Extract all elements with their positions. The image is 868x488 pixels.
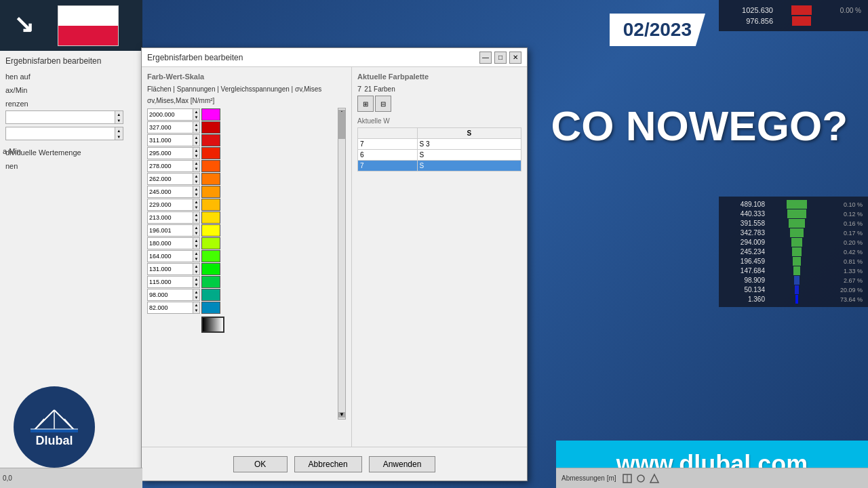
input-field-1[interactable]: ▲ ▼ (5, 110, 123, 124)
palette-cell-num-2: 7 (358, 161, 418, 171)
value-input-1[interactable]: 327.000▲▼ (147, 121, 200, 134)
palette-thead: S (358, 128, 521, 139)
top-stat-row-1: 976.856 (726, 16, 861, 26)
col-num (358, 128, 418, 139)
row-spin-7[interactable]: ▲▼ (193, 199, 199, 210)
abbrechen-button[interactable]: Abbrechen (294, 456, 362, 472)
scale-icon (201, 317, 224, 333)
legend-rows: 489.1080.10 %440.3330.12 %391.5580.16 %3… (724, 200, 863, 304)
row-spin-13[interactable]: ▲▼ (193, 277, 199, 287)
value-input-9[interactable]: 196.001▲▼ (147, 224, 200, 237)
ok-button[interactable]: OK (233, 456, 288, 472)
legend-pct-5: 0.42 % (825, 249, 863, 256)
color-rows-wrapper: 2000.000▲▼327.000▲▼311.000▲▼295.000▲▼278… (147, 108, 336, 420)
row-spin-6[interactable]: ▲▼ (193, 186, 199, 197)
scroll-down[interactable]: ▼ (338, 412, 345, 418)
spin-down-2[interactable]: ▼ (115, 134, 123, 140)
spin-down-1[interactable]: ▼ (115, 117, 123, 123)
palette-row-2[interactable]: 7S (358, 161, 521, 171)
row-spin-0[interactable]: ▲▼ (193, 109, 199, 120)
color-swatch-5 (201, 173, 220, 185)
color-row-3: 295.000▲▼ (147, 147, 336, 159)
row-spin-15[interactable]: ▲▼ (193, 302, 199, 313)
flag-red (58, 26, 118, 45)
minimize-button[interactable]: — (479, 52, 492, 64)
legend-val-9: 50.134 (724, 286, 765, 293)
value-input-4[interactable]: 278.000▲▼ (147, 160, 200, 172)
polish-flag (58, 5, 119, 46)
value-input-7[interactable]: 229.000▲▼ (147, 199, 200, 211)
palette-number: 7 (357, 85, 361, 93)
palette-row-0[interactable]: 7S 3 (358, 139, 521, 150)
svg-line-4 (34, 419, 44, 430)
value-input-2[interactable]: 311.000▲▼ (147, 134, 200, 146)
svg-rect-6 (31, 429, 78, 432)
row-spin-10[interactable]: ▲▼ (193, 238, 199, 249)
close-button[interactable]: ✕ (509, 52, 521, 64)
fv-subtitle2: σv,Mises,Max [N/mm²] (147, 96, 346, 105)
palette-row-1[interactable]: 6S (358, 150, 521, 161)
col-s: S (417, 128, 521, 139)
legend-pct-8: 2.67 % (825, 277, 863, 284)
color-row-4: 278.000▲▼ (147, 160, 336, 172)
anwenden-button[interactable]: Anwenden (369, 456, 436, 472)
color-swatch-9 (201, 224, 220, 237)
legend-row-0: 489.1080.10 % (724, 200, 863, 209)
row-spin-5[interactable]: ▲▼ (193, 174, 199, 184)
value-input-14[interactable]: 98.000▲▼ (147, 289, 200, 301)
value-input-11[interactable]: 164.000▲▼ (147, 250, 200, 262)
color-swatch-14 (201, 289, 220, 301)
value-input-10[interactable]: 180.000▲▼ (147, 237, 200, 249)
legend-val-0: 489.108 (724, 201, 765, 208)
dialog-footer: OK Abbrechen Anwenden (142, 447, 527, 481)
spin-arrows-2[interactable]: ▲ ▼ (115, 127, 123, 140)
value-input-3[interactable]: 295.000▲▼ (147, 147, 200, 159)
value-input-6[interactable]: 245.000▲▼ (147, 186, 200, 198)
palette-delete-btn[interactable]: ⊟ (375, 96, 391, 112)
maximize-button[interactable]: □ (494, 52, 507, 64)
value-input-15[interactable]: 82.000▲▼ (147, 302, 200, 314)
value-input-12[interactable]: 131.000▲▼ (147, 263, 200, 275)
row-spin-14[interactable]: ▲▼ (193, 289, 199, 300)
input-field-2[interactable]: ▲ ▼ (5, 127, 123, 140)
row-spin-11[interactable]: ▲▼ (193, 251, 199, 262)
section-nen: nen (5, 162, 136, 170)
color-row-6: 245.000▲▼ (147, 186, 336, 198)
spin-up-1[interactable]: ▲ (115, 111, 123, 117)
row-spin-2[interactable]: ▲▼ (193, 135, 199, 146)
row-spin-1[interactable]: ▲▼ (193, 122, 199, 133)
value-input-0[interactable]: 2000.000▲▼ (147, 108, 200, 121)
color-row-14: 98.000▲▼ (147, 289, 336, 301)
value-input-8[interactable]: 213.000▲▼ (147, 211, 200, 224)
row-spin-9[interactable]: ▲▼ (193, 225, 199, 236)
value-input-13[interactable]: 115.000▲▼ (147, 276, 200, 288)
legend-pct-1: 0.12 % (825, 211, 863, 218)
legend-val-7: 147.684 (724, 267, 765, 274)
legend-pct-4: 0.20 % (825, 239, 863, 246)
row-spin-3[interactable]: ▲▼ (193, 148, 199, 159)
color-swatch-3 (201, 147, 220, 159)
palette-header-row: S (358, 128, 521, 139)
row-spin-4[interactable]: ▲▼ (193, 161, 199, 171)
row-spin-12[interactable]: ▲▼ (193, 264, 199, 274)
palette-copy-btn[interactable]: ⊞ (357, 96, 374, 112)
color-scale-container: 2000.000▲▼327.000▲▼311.000▲▼295.000▲▼278… (147, 108, 346, 420)
legend-pct-2: 0.16 % (825, 220, 863, 227)
top-stat-pct-0: 0.00 % (827, 7, 861, 14)
fv-subtitle: Flächen | Spannungen | Vergleichsspannun… (147, 85, 346, 94)
value-input-5[interactable]: 262.000▲▼ (147, 173, 200, 185)
date-text: 02/2023 (623, 19, 692, 40)
palette-cell-num-1: 6 (358, 150, 418, 161)
spin-arrows-1[interactable]: ▲ ▼ (115, 111, 123, 123)
svg-line-5 (64, 419, 75, 430)
row-spin-8[interactable]: ▲▼ (193, 212, 199, 223)
spin-up-2[interactable]: ▲ (115, 127, 123, 134)
scrollbar[interactable]: ▲ ▼ (338, 108, 346, 420)
legend-val-10: 1.360 (724, 296, 765, 303)
a-min-label: a Min (0, 146, 24, 157)
color-row-15: 82.000▲▼ (147, 302, 336, 314)
legend-bar-5 (792, 247, 802, 256)
legend-val-8: 98.909 (724, 277, 765, 284)
scroll-thumb[interactable] (338, 112, 345, 139)
legend-val-2: 391.558 (724, 220, 765, 227)
